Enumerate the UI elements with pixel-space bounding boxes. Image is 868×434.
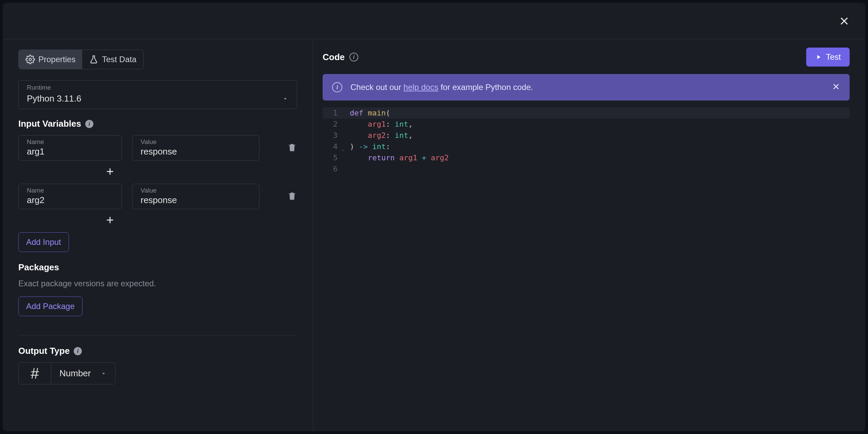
code-header: Code i Test [323,48,850,67]
left-panel: Properties Test Data Runtime Python 3.11… [3,39,313,431]
value-label: Value [141,138,251,146]
add-package-label: Add Package [26,302,75,311]
input-variable-row: Name Value [18,135,297,161]
input-variables-label: Input Variables [18,119,81,129]
tab-test-data[interactable]: Test Data [82,50,143,69]
modal-header [3,3,865,39]
input-variables-title: Input Variables i [18,119,297,129]
trash-icon [287,190,297,202]
code-text: def main( [340,107,390,119]
code-node-modal: Properties Test Data Runtime Python 3.11… [3,3,865,431]
hash-icon: # [19,363,51,384]
trash-icon [287,142,297,153]
code-text: arg1: int, [340,119,413,130]
add-value-row [3,212,232,232]
plus-icon [105,167,115,176]
code-line[interactable]: 6 [323,163,850,175]
packages-desc: Exact package versions are expected. [18,279,297,288]
code-line[interactable]: 2 arg1: int, [323,119,850,130]
input-value-field[interactable]: Value [132,135,259,161]
input-value-field[interactable]: Value [132,184,259,209]
right-panel: Code i Test i Check out our help docs fo… [313,39,865,431]
runtime-select[interactable]: Runtime Python 3.11.6 [18,80,297,109]
add-input-label: Add Input [26,237,61,247]
tab-test-data-label: Test Data [102,55,136,64]
input-name-field[interactable]: Name [18,135,122,161]
chevron-down-icon [100,370,107,377]
close-button[interactable] [837,14,852,29]
close-icon [839,16,850,26]
output-type-value: Number [59,368,91,379]
code-line[interactable]: 5 return arg1 + arg2 [323,152,850,163]
input-value[interactable] [141,146,251,157]
add-value-button[interactable] [105,167,115,178]
code-label: Code [323,52,345,62]
divider [18,335,297,336]
help-banner: i Check out our help docs for example Py… [323,74,850,101]
code-text: return arg1 + arg2 [340,152,449,163]
line-number: 5 [323,152,340,163]
code-text [340,163,350,175]
add-value-button[interactable] [105,215,115,226]
tab-properties-label: Properties [38,55,75,64]
line-number: 3 [323,130,340,141]
code-title: Code i [323,52,358,62]
code-text: ) -> int: [340,141,390,152]
flask-icon [89,55,98,64]
input-name[interactable] [27,146,113,157]
line-number: 2 [323,119,340,130]
add-value-row [3,163,232,184]
info-icon[interactable]: i [74,347,82,355]
line-number: 6 [323,163,340,175]
info-icon[interactable]: i [349,53,358,61]
svg-point-0 [29,58,32,61]
test-button-label: Test [826,52,841,62]
help-docs-link[interactable]: help docs [403,83,438,92]
input-variable-row: Name Value [18,184,297,209]
code-line[interactable]: 3 arg2: int, [323,130,850,141]
modal-content: Properties Test Data Runtime Python 3.11… [3,39,865,431]
value-label: Value [141,187,251,194]
info-icon[interactable]: i [85,120,93,128]
test-button[interactable]: Test [806,48,850,67]
add-package-button[interactable]: Add Package [18,296,83,316]
output-type-label: Output Type [18,346,70,356]
close-icon [832,83,840,91]
runtime-value: Python 3.11.6 [27,93,81,104]
plus-icon [105,215,115,225]
delete-input-button[interactable] [287,142,297,155]
line-number: 4⌄ [323,141,340,152]
code-line[interactable]: 1def main( [323,107,850,119]
packages-title: Packages [18,262,297,273]
runtime-label: Runtime [19,80,297,91]
code-editor[interactable]: 1def main(2 arg1: int,3 arg2: int,4⌄) ->… [323,107,850,421]
banner-prefix: Check out our [350,83,403,92]
banner-close-button[interactable] [832,83,840,92]
tab-properties[interactable]: Properties [19,50,82,69]
output-type-title: Output Type i [18,346,297,356]
name-label: Name [27,187,113,194]
input-rows: Name Value Name Value [18,135,297,232]
banner-suffix: for example Python code. [438,83,533,92]
add-input-button[interactable]: Add Input [18,232,69,252]
fold-icon[interactable]: ⌄ [342,144,344,155]
delete-input-button[interactable] [287,190,297,203]
code-line[interactable]: 4⌄) -> int: [323,141,850,152]
input-name-field[interactable]: Name [18,184,122,209]
name-label: Name [27,138,113,146]
chevron-down-icon [282,95,289,102]
banner-text: Check out our help docs for example Pyth… [350,83,824,92]
tab-group: Properties Test Data [18,50,144,69]
input-name[interactable] [27,195,113,205]
play-icon [815,54,822,60]
gear-icon [25,55,35,64]
packages-label: Packages [18,262,59,273]
code-text: arg2: int, [340,130,413,141]
info-icon: i [332,82,342,92]
line-number: 1 [323,107,340,119]
output-type-select[interactable]: # Number [18,362,115,384]
input-value[interactable] [141,195,251,205]
